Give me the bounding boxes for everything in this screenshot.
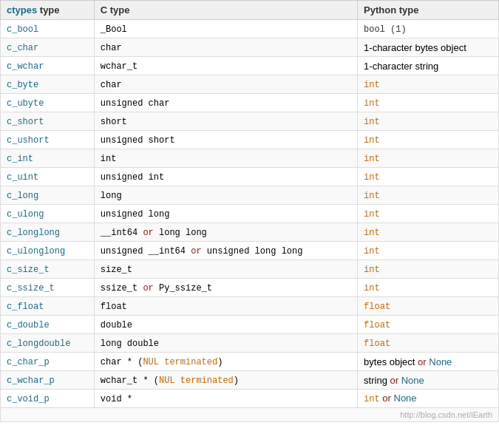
python-type-value: float	[364, 302, 390, 312]
c-type-cell: __int64 or long long	[94, 223, 357, 242]
ctypes-type-cell: c_ulong	[1, 205, 95, 223]
ctypes-type-value: c_uint	[7, 172, 38, 183]
ctypes-type-cell: c_char_p	[1, 353, 95, 371]
ctypes-type-cell: c_longdouble	[1, 334, 95, 353]
c-type-value: unsigned char	[101, 98, 170, 109]
c-type-cell: double	[94, 316, 357, 334]
c-type-value: int	[101, 154, 117, 164]
c-type-value: __int64 or long long	[101, 228, 207, 238]
python-type-cell: int	[358, 168, 499, 186]
table-row: c_ulongunsigned longint	[1, 205, 499, 223]
ctypes-type-cell: c_longlong	[1, 223, 95, 242]
ctypes-type-value: c_wchar	[7, 61, 44, 72]
ctypes-type-value: c_wchar_p	[7, 376, 55, 386]
c-type-value: size_t	[101, 265, 132, 275]
python-type-value: int	[364, 283, 380, 293]
python-type-value: bool (1)	[364, 24, 407, 35]
c-type-cell: unsigned int	[94, 168, 357, 186]
table-row: c_longlong__int64 or long longint	[1, 223, 499, 242]
ctypes-type-cell: c_void_p	[1, 390, 95, 408]
table-row: c_ulonglongunsigned __int64 or unsigned …	[1, 242, 499, 260]
python-type-cell: string or None	[358, 371, 499, 390]
ctypes-type-cell: c_long	[1, 186, 95, 205]
python-type-value: int	[364, 246, 380, 257]
ctypes-type-value: c_ulonglong	[7, 246, 65, 257]
python-type-cell: int	[358, 205, 499, 223]
ctypes-type-value: c_longdouble	[7, 339, 70, 349]
table-row: c_wcharwchar_t1-character string	[1, 57, 499, 75]
ctypes-type-cell: c_ulonglong	[1, 242, 95, 260]
table-row: c_ssize_tssize_t or Py_ssize_tint	[1, 279, 499, 297]
c-type-value: wchar_t * (NUL terminated)	[101, 376, 239, 386]
ctypes-table: ctypes type C type Python type c_bool_Bo…	[0, 0, 499, 422]
c-type-value: void *	[101, 394, 132, 404]
python-type-cell: float	[358, 297, 499, 316]
table-row: c_wchar_pwchar_t * (NUL terminated)strin…	[1, 371, 499, 390]
python-type-cell: bool (1)	[358, 20, 499, 38]
python-type-cell: 1-character bytes object	[358, 38, 499, 57]
ctypes-type-cell: c_double	[1, 316, 95, 334]
python-type-value: int	[364, 98, 380, 109]
watermark-row: http://blog.csdn.net/iEarth	[1, 408, 499, 422]
python-type-cell: int	[358, 131, 499, 149]
python-type-cell: int	[358, 242, 499, 260]
ctypes-type-value: c_bool	[7, 24, 38, 35]
python-type-value: float	[364, 320, 390, 330]
python-type-cell: int	[358, 112, 499, 131]
table-row: c_char_pchar * (NUL terminated)bytes obj…	[1, 353, 499, 371]
c-type-value: wchar_t	[101, 61, 138, 72]
ctypes-type-value: c_short	[7, 117, 44, 127]
python-type-value: int	[364, 265, 380, 275]
ctypes-type-value: c_char_p	[7, 357, 50, 367]
python-type-cell: float	[358, 334, 499, 353]
python-type-cell: int	[358, 279, 499, 297]
c-type-cell: size_t	[94, 260, 357, 279]
table-row: c_doubledoublefloat	[1, 316, 499, 334]
c-type-value: unsigned long	[101, 209, 170, 220]
c-type-cell: _Bool	[94, 20, 357, 38]
c-type-value: unsigned short	[101, 135, 175, 146]
c-type-value: long	[101, 191, 122, 201]
header-ctypes: ctypes type	[1, 1, 95, 20]
ctypes-type-cell: c_bool	[1, 20, 95, 38]
c-type-value: ssize_t or Py_ssize_t	[101, 283, 212, 293]
ctypes-type-cell: c_wchar	[1, 57, 95, 75]
c-type-cell: float	[94, 297, 357, 316]
ctypes-type-cell: c_float	[1, 297, 95, 316]
python-type-value: int	[364, 209, 380, 220]
c-type-value: double	[101, 320, 132, 330]
ctypes-type-cell: c_byte	[1, 75, 95, 94]
header-python: Python type	[358, 1, 499, 20]
table-row: c_charchar1-character bytes object	[1, 38, 499, 57]
python-type-value: int	[364, 228, 380, 238]
ctypes-type-cell: c_wchar_p	[1, 371, 95, 390]
c-type-value: char * (NUL terminated)	[101, 357, 223, 367]
c-type-value: unsigned __int64 or unsigned long long	[101, 246, 303, 257]
python-type-cell: int or None	[358, 390, 499, 408]
table-row: c_shortshortint	[1, 112, 499, 131]
python-type-value: int	[364, 80, 380, 90]
python-type-value: int	[364, 135, 380, 146]
ctypes-type-cell: c_int	[1, 149, 95, 168]
c-type-cell: char	[94, 75, 357, 94]
python-type-cell: int	[358, 149, 499, 168]
c-type-cell: char * (NUL terminated)	[94, 353, 357, 371]
c-type-cell: wchar_t * (NUL terminated)	[94, 371, 357, 390]
python-type-value: int	[364, 191, 380, 201]
python-type-cell: int	[358, 223, 499, 242]
ctypes-type-value: c_byte	[7, 80, 38, 90]
ctypes-header-link: ctypes	[7, 4, 37, 16]
c-type-cell: wchar_t	[94, 57, 357, 75]
ctypes-type-value: c_ssize_t	[7, 283, 55, 293]
ctypes-type-value: c_char	[7, 43, 38, 53]
c-type-cell: short	[94, 112, 357, 131]
table-row: c_longdoublelong doublefloat	[1, 334, 499, 353]
c-type-cell: unsigned __int64 or unsigned long long	[94, 242, 357, 260]
ctypes-type-value: c_longlong	[7, 228, 60, 238]
c-type-value: _Bool	[101, 24, 127, 35]
python-type-value: int or None	[364, 393, 417, 404]
table-row: c_uintunsigned intint	[1, 168, 499, 186]
ctypes-type-value: c_ubyte	[7, 98, 44, 109]
table-row: c_bytecharint	[1, 75, 499, 94]
table-row: c_ushortunsigned shortint	[1, 131, 499, 149]
